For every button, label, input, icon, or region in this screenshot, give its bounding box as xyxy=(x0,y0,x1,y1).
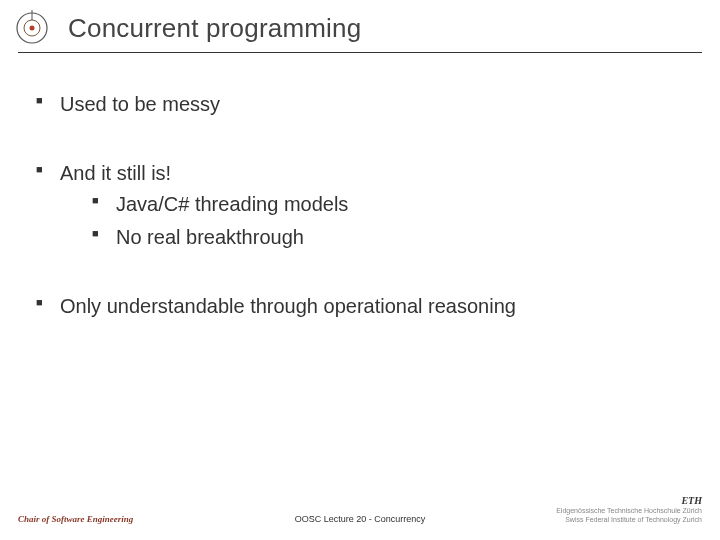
list-item: Only understandable through operational … xyxy=(34,293,686,320)
bullet-text: No real breakthrough xyxy=(116,226,304,248)
list-item: No real breakthrough xyxy=(90,224,686,251)
bullet-list: Only understandable through operational … xyxy=(34,293,686,320)
slide: Concurrent programming Used to be messy … xyxy=(0,0,720,540)
footer-center: OOSC Lecture 20 - Concurrency xyxy=(0,514,720,524)
slide-header: Concurrent programming xyxy=(0,0,720,53)
spacer xyxy=(34,126,686,160)
bullet-text: And it still is! xyxy=(60,162,171,184)
title-row: Concurrent programming xyxy=(0,10,720,46)
divider xyxy=(18,52,702,53)
slide-content: Used to be messy And it still is! Java/C… xyxy=(0,53,720,320)
slide-footer: Chair of Software Engineering OOSC Lectu… xyxy=(0,494,720,524)
list-item: Used to be messy xyxy=(34,91,686,118)
slide-title: Concurrent programming xyxy=(68,13,361,44)
bullet-list: Used to be messy xyxy=(34,91,686,118)
bullet-text: Only understandable through operational … xyxy=(60,295,516,317)
bullet-text: Used to be messy xyxy=(60,93,220,115)
list-item: Java/C# threading models xyxy=(90,191,686,218)
bullet-list: And it still is! Java/C# threading model… xyxy=(34,160,686,251)
eth-logo-text: ETH xyxy=(556,495,702,507)
bullet-text: Java/C# threading models xyxy=(116,193,348,215)
list-item: And it still is! Java/C# threading model… xyxy=(34,160,686,251)
spacer xyxy=(34,259,686,293)
spiral-logo-icon xyxy=(14,10,50,46)
sub-list: Java/C# threading models No real breakth… xyxy=(90,191,686,251)
svg-point-2 xyxy=(30,26,35,31)
